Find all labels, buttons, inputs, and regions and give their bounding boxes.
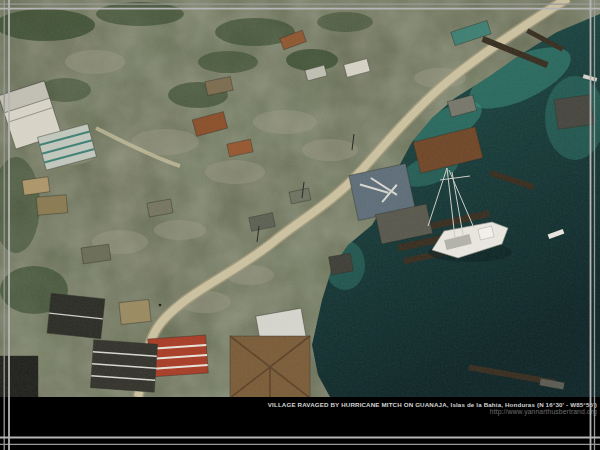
photo-scene	[0, 0, 600, 412]
film-grain	[0, 0, 600, 397]
photo-card: VILLAGE RAVAGED BY HURRICANE MITCH ON GU…	[0, 0, 600, 450]
caption-url: http://www.yannarthusbertrand.org	[490, 408, 597, 416]
aerial-photo: VILLAGE RAVAGED BY HURRICANE MITCH ON GU…	[0, 0, 600, 450]
caption-title: VILLAGE RAVAGED BY HURRICANE MITCH ON GU…	[268, 401, 597, 408]
